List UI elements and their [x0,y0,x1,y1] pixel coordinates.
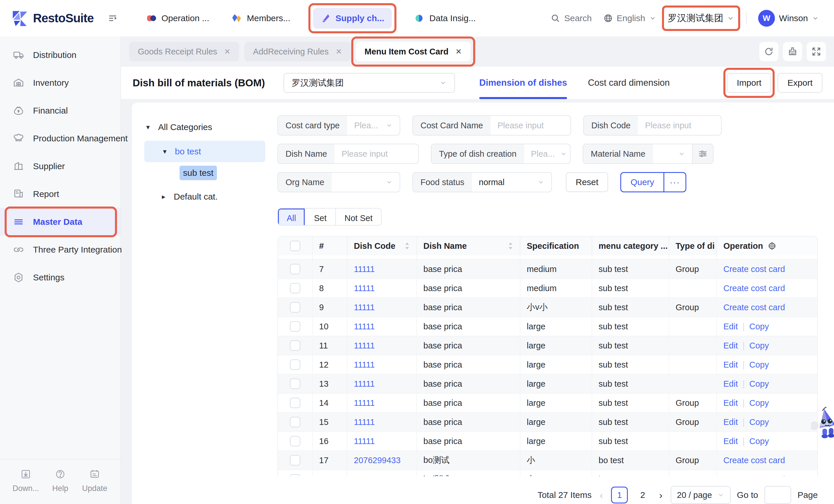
more-actions-button[interactable]: ··· [663,173,685,192]
caret-down-icon[interactable]: ▾ [144,123,152,131]
sidebar-item-supplier[interactable]: Supplier [0,152,120,180]
app-logo[interactable]: RestoSuite [12,10,93,27]
nav-item-supply-chain[interactable]: Supply ch... [313,8,392,29]
edit-link[interactable]: Edit [723,341,738,350]
close-icon[interactable]: ✕ [456,47,462,56]
filter-org-name[interactable]: Org Name [278,172,400,192]
reset-button[interactable]: Reset [566,172,608,192]
filter-food-status[interactable]: Food status normal [412,172,552,192]
nav-item-operation[interactable]: Operation ... [146,13,209,23]
copy-link[interactable]: Copy [749,437,769,446]
sidebar-item-financial[interactable]: Financial [0,97,120,125]
select-all-checkbox[interactable] [278,237,313,255]
row-checkbox[interactable] [278,413,313,432]
fullscreen-button[interactable] [807,42,826,61]
filter-dish-name[interactable]: Dish Name Please input [278,144,419,164]
tab-dimension-of-dishes[interactable]: Dimension of dishes [479,67,567,99]
language-switcher[interactable]: English [603,13,656,23]
row-checkbox[interactable] [278,260,313,279]
global-search[interactable]: Search [551,13,592,23]
close-icon[interactable]: ✕ [336,47,342,56]
copy-link[interactable]: Copy [749,398,769,408]
edit-link[interactable]: Edit [723,379,738,389]
nav-item-data-insights[interactable]: Data Insig... [414,13,476,23]
tab-goods-receipt-rules[interactable]: Goods Receipt Rules ✕ [129,42,239,61]
close-icon[interactable]: ✕ [224,47,231,56]
sidebar-item-distribution[interactable]: Distribution [0,41,120,69]
import-button[interactable]: Import [727,73,771,93]
org-select[interactable]: 罗汉测试集团 [284,73,455,93]
sidebar-item-inventory[interactable]: Inventory [0,69,120,97]
next-page-button[interactable]: › [657,489,664,501]
tab-cost-card-dimension[interactable]: Cost card dimension [588,67,670,99]
sidebar-item-settings[interactable]: Settings [0,264,120,291]
row-checkbox[interactable] [278,279,313,298]
sidebar-item-report[interactable]: Report [0,180,120,208]
sidebar-item-production-management[interactable]: Production Management [0,125,120,152]
tab-addreceiving-rules[interactable]: AddReceiving Rules ✕ [244,42,351,61]
sort-icon[interactable] [404,242,410,250]
edit-link[interactable]: Edit [723,417,738,427]
create-cost-card-link[interactable]: Create cost card [723,303,785,312]
edit-link[interactable]: Edit [723,322,738,331]
dish-code-link[interactable]: 11111 [354,417,375,427]
dish-code-link[interactable]: 11111 [354,437,375,446]
refresh-button[interactable] [759,42,778,61]
dish-code-link[interactable]: 11111 [354,322,375,331]
update-button[interactable]: Update [79,468,111,493]
dish-code-link[interactable]: 11111 [354,284,375,293]
caret-right-icon[interactable]: ▸ [160,193,168,201]
filter-dish-code[interactable]: Dish Code Please input [583,115,722,135]
clear-cache-button[interactable] [783,42,802,61]
column-settings-gear-icon[interactable] [768,242,776,250]
filter-type-of-dish-creation[interactable]: Type of dish creation Plea... [431,144,570,164]
sidebar-collapse-icon[interactable] [107,13,118,24]
row-checkbox[interactable] [278,374,313,394]
tree-node-default-cat[interactable]: ▸ Default cat. [144,187,265,206]
copy-link[interactable]: Copy [749,360,769,370]
page-number-1[interactable]: 1 [611,487,628,503]
segment-all[interactable]: All [278,209,305,226]
prev-page-button[interactable]: ‹ [598,489,605,501]
filter-cost-card-name[interactable]: Cost Card Name Please input [412,115,571,135]
nav-item-members[interactable]: Members... [232,13,290,23]
edit-link[interactable]: Edit [723,360,738,370]
dish-code-link[interactable]: 11111 [354,341,375,350]
help-button[interactable]: Help [44,468,76,493]
page-number-2[interactable]: 2 [634,487,651,503]
row-checkbox[interactable] [278,298,313,317]
row-checkbox[interactable] [278,317,313,336]
segment-not-set[interactable]: Not Set [336,209,381,226]
edit-link[interactable]: Edit [723,437,738,446]
tree-node-sub-test[interactable]: sub test [144,162,265,184]
user-menu[interactable]: W Winson [758,10,819,27]
row-checkbox[interactable] [278,336,313,355]
mascot-robot[interactable] [811,407,834,453]
row-checkbox[interactable] [278,432,313,451]
copy-link[interactable]: Copy [749,417,769,427]
export-button[interactable]: Export [777,73,822,93]
create-cost-card-link[interactable]: Create cost card [723,264,785,274]
material-filter-settings-button[interactable] [692,144,713,163]
dish-code-link[interactable]: 11111 [354,303,375,312]
caret-down-icon[interactable]: ▾ [161,148,169,156]
dish-code-link[interactable]: 11111 [354,264,375,274]
segment-set[interactable]: Set [305,209,336,226]
create-cost-card-link[interactable]: Create cost card [723,284,785,293]
tab-menu-item-cost-card[interactable]: Menu Item Cost Card ✕ [356,42,470,61]
sidebar-item-three-party-integration[interactable]: Three Party Integration [0,236,120,264]
tree-node-bo-test[interactable]: ▾ bo test [144,141,265,162]
dish-code-link[interactable]: 11111 [354,398,375,408]
query-button[interactable]: Query [621,173,663,192]
sidebar-item-master-data[interactable]: Master Data [0,208,120,236]
row-checkbox[interactable] [278,451,313,470]
page-size-select[interactable]: 20 / page [671,486,731,504]
copy-link[interactable]: Copy [749,322,769,331]
tree-node-all-categories[interactable]: ▾ All Categories [144,117,265,137]
dish-code-link[interactable]: 11111 [354,379,375,389]
row-checkbox[interactable] [278,470,313,476]
download-center-button[interactable]: Down... [10,468,42,493]
col-dish-code[interactable]: Dish Code [348,237,417,255]
filter-material-name[interactable]: Material Name [583,144,714,164]
filter-cost-card-type[interactable]: Cost card type Plea... [278,115,400,135]
